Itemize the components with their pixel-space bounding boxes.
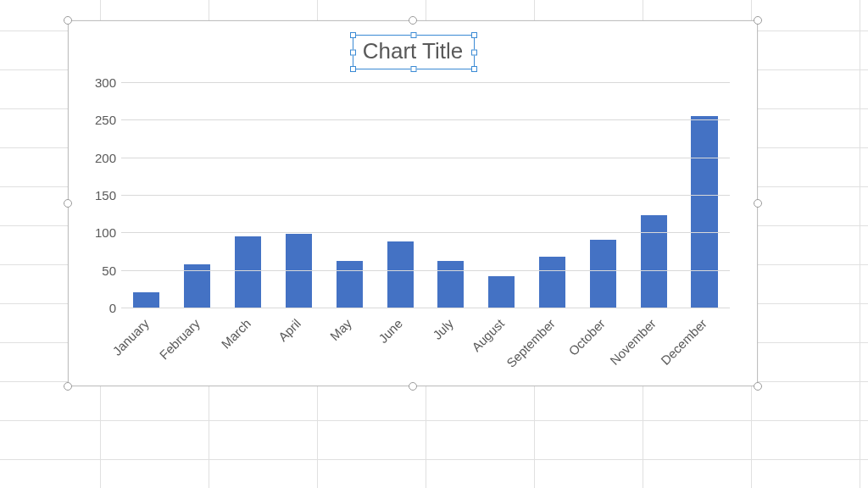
plot-area[interactable]: JanuaryFebruaryMarchAprilMayJuneJulyAugu… xyxy=(121,82,730,308)
gridline xyxy=(121,158,730,158)
resize-handle-top-right[interactable] xyxy=(754,16,762,25)
bar[interactable] xyxy=(641,215,667,308)
gridline xyxy=(121,308,730,308)
resize-handle-left[interactable] xyxy=(64,199,72,208)
chart-inner: Chart Title JanuaryFebruaryMarchAprilMay… xyxy=(81,33,745,374)
resize-handle-top[interactable] xyxy=(409,16,417,25)
resize-handle-bottom-left[interactable] xyxy=(64,382,72,391)
gridline xyxy=(121,270,730,271)
bar[interactable] xyxy=(387,241,414,308)
bar[interactable] xyxy=(235,236,261,308)
y-axis-tick-label: 150 xyxy=(95,188,121,202)
resize-handle-bottom[interactable] xyxy=(409,382,417,391)
resize-handle-right[interactable] xyxy=(754,199,762,208)
chart-object[interactable]: Chart Title JanuaryFebruaryMarchAprilMay… xyxy=(68,20,758,386)
y-axis-tick-label: 50 xyxy=(102,263,121,277)
y-axis-tick-label: 0 xyxy=(109,301,121,315)
gridline xyxy=(121,82,730,83)
y-axis-tick-label: 100 xyxy=(95,225,121,240)
resize-handle-top-left[interactable] xyxy=(64,16,72,25)
bar[interactable] xyxy=(539,257,565,308)
bar[interactable] xyxy=(691,116,717,308)
gridline xyxy=(121,195,730,196)
chart-title[interactable]: Chart Title xyxy=(354,36,472,66)
gridline xyxy=(121,119,730,120)
y-axis-tick-label: 250 xyxy=(95,113,121,127)
resize-handle-bottom-right[interactable] xyxy=(754,382,762,391)
bar[interactable] xyxy=(590,240,616,308)
gridline xyxy=(121,232,730,233)
y-axis-tick-label: 300 xyxy=(95,75,121,90)
y-axis-tick-label: 200 xyxy=(95,150,121,164)
